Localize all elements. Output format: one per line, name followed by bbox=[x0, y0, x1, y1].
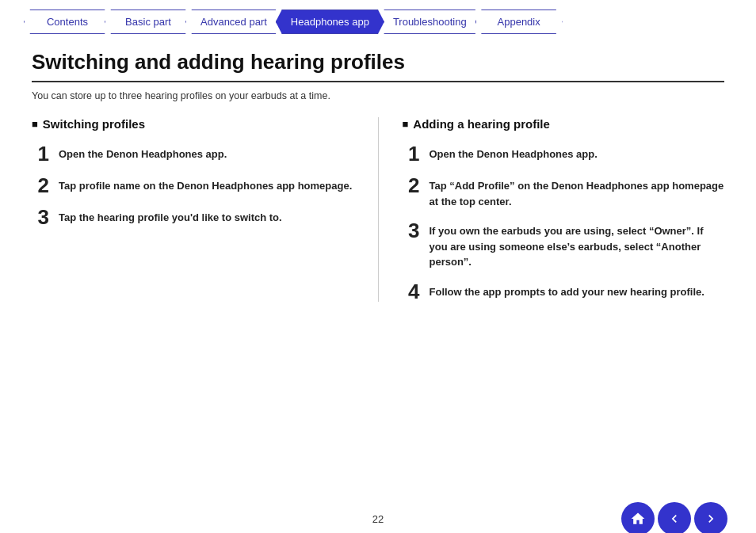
arrow-right-icon bbox=[703, 511, 719, 527]
step-number: 3 bbox=[403, 220, 420, 241]
tab-basic-part[interactable]: Basic part bbox=[105, 10, 192, 34]
step-text: Open the Denon Headphones app. bbox=[59, 143, 227, 162]
step-number: 1 bbox=[403, 143, 420, 164]
tab-navigation: ContentsBasic partAdvanced partHeadphone… bbox=[0, 0, 756, 34]
right-step-1: 1 Open the Denon Headphones app. bbox=[403, 143, 725, 164]
right-steps: 1 Open the Denon Headphones app. 2 Tap “… bbox=[403, 143, 725, 302]
right-column: Adding a hearing profile 1 Open the Deno… bbox=[379, 117, 725, 302]
step-number: 1 bbox=[32, 143, 49, 164]
step-text: If you own the earbuds you are using, se… bbox=[430, 220, 725, 270]
two-column-layout: Switching profiles 1 Open the Denon Head… bbox=[32, 117, 724, 302]
home-button[interactable] bbox=[621, 502, 655, 533]
back-button[interactable] bbox=[658, 502, 691, 533]
tab-appendix[interactable]: Appendix bbox=[475, 10, 563, 34]
footer-buttons bbox=[621, 502, 727, 533]
tab-advanced-part[interactable]: Advanced part bbox=[185, 10, 282, 34]
right-step-3: 3 If you own the earbuds you are using, … bbox=[403, 220, 725, 270]
left-column: Switching profiles 1 Open the Denon Head… bbox=[32, 117, 379, 302]
right-step-2: 2 Tap “Add Profile” on the Denon Headpho… bbox=[403, 175, 725, 209]
right-section-title: Adding a hearing profile bbox=[403, 117, 725, 131]
left-steps: 1 Open the Denon Headphones app. 2 Tap p… bbox=[32, 143, 354, 227]
step-number: 2 bbox=[32, 175, 49, 196]
step-text: Follow the app prompts to add your new h… bbox=[430, 281, 704, 300]
left-step-1: 1 Open the Denon Headphones app. bbox=[32, 143, 354, 164]
step-text: Tap “Add Profile” on the Denon Headphone… bbox=[430, 175, 725, 209]
tab-troubleshooting[interactable]: Troubleshooting bbox=[378, 10, 482, 34]
forward-button[interactable] bbox=[694, 502, 727, 533]
step-number: 3 bbox=[32, 207, 49, 227]
step-text: Tap profile name on the Denon Headphones… bbox=[59, 175, 352, 194]
page-title: Switching and adding hearing profiles bbox=[32, 50, 724, 82]
tab-contents[interactable]: Contents bbox=[24, 10, 111, 34]
arrow-left-icon bbox=[666, 511, 682, 527]
home-icon bbox=[630, 511, 646, 527]
step-number: 2 bbox=[403, 175, 420, 196]
right-step-4: 4 Follow the app prompts to add your new… bbox=[403, 281, 725, 302]
step-text: Tap the hearing profile you'd like to sw… bbox=[59, 207, 282, 226]
step-number: 4 bbox=[403, 281, 420, 302]
left-step-2: 2 Tap profile name on the Denon Headphon… bbox=[32, 175, 354, 196]
left-section-title: Switching profiles bbox=[32, 117, 354, 131]
tab-headphones-app[interactable]: Headphones app bbox=[276, 10, 384, 34]
main-content: Switching and adding hearing profiles Yo… bbox=[0, 34, 756, 302]
page-number: 22 bbox=[372, 513, 384, 525]
step-text: Open the Denon Headphones app. bbox=[430, 143, 598, 162]
left-step-3: 3 Tap the hearing profile you'd like to … bbox=[32, 207, 354, 227]
subtitle-text: You can store up to three hearing profil… bbox=[32, 90, 724, 101]
